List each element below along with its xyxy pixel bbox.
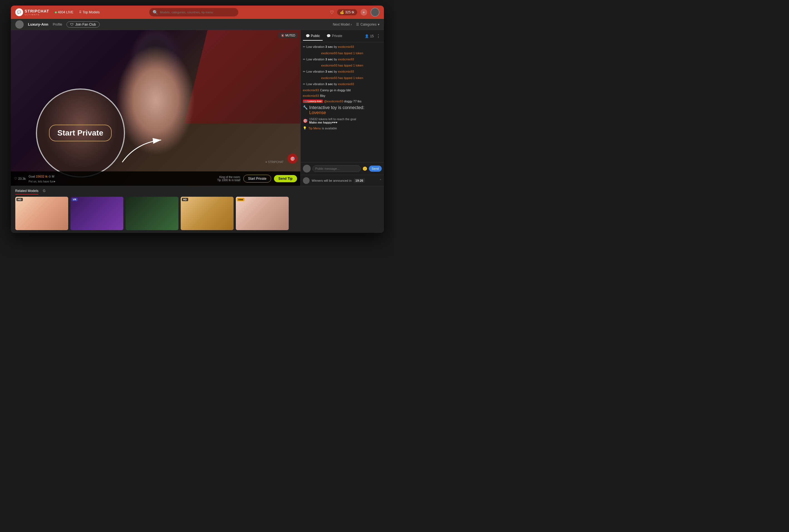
- model-card-badge: HD: [16, 198, 23, 201]
- model-video: [11, 30, 300, 186]
- winners-banner: Winners will be announced in 19:26 ⌃: [301, 175, 384, 186]
- tokens-icon: 💰: [340, 10, 344, 14]
- chat-panel: 💬 Public 💬 Private 👤 15 ⋮ ✏: [300, 30, 384, 186]
- search-input[interactable]: [160, 11, 235, 14]
- chat-message: ✏ Low vibration 3 sec by exoticmix93: [303, 69, 382, 74]
- model-card-image: [70, 197, 123, 230]
- like-button[interactable]: ♡ 23.3k: [14, 177, 26, 180]
- tokens-button[interactable]: 💰 325 tk: [337, 9, 357, 15]
- profile-link[interactable]: Profile: [53, 22, 62, 26]
- send-tip-button[interactable]: Send Tip: [274, 175, 297, 182]
- video-area: 🔇 MUTED 🎯 ✦ STRIPCHAT Start Private: [11, 30, 300, 186]
- chat-message: ✏ Low vibration 3 sec by exoticmix93: [303, 82, 382, 87]
- chat-username: exoticmix93: [303, 94, 319, 97]
- model-card-badge: HD: [182, 198, 188, 201]
- goal-label: Goal 15632 tk ⊙ M: [29, 175, 54, 178]
- live-dot: [55, 12, 57, 13]
- send-message-button[interactable]: Send: [369, 166, 382, 172]
- related-g-tab[interactable]: G: [43, 189, 45, 194]
- lovense-link[interactable]: Lovense: [309, 110, 326, 115]
- vibration-icon: ✏: [303, 69, 306, 74]
- tab-public[interactable]: 💬 Public: [303, 32, 323, 41]
- model-card[interactable]: HD: [15, 197, 68, 230]
- chat-messages: ✏ Low vibration 3 sec by exoticmix93 exo…: [301, 42, 384, 162]
- chat-text: Canny go in doggy bbt: [320, 89, 351, 92]
- video-feed: [11, 30, 300, 186]
- tab-private[interactable]: 💬 Private: [324, 32, 345, 41]
- nav-right: ♡ 💰 325 tk +: [330, 8, 380, 17]
- chat-input-area: 🙂 Send: [301, 162, 384, 175]
- chat-tabs: 💬 Public 💬 Private 👤 15 ⋮: [301, 30, 384, 42]
- top-models-icon: ⠿: [79, 10, 81, 14]
- muted-badge: 🔇 MUTED: [279, 33, 298, 38]
- model-card[interactable]: HD: [181, 197, 234, 230]
- toy-icon: 🔧: [303, 105, 308, 110]
- chat-text: Bby: [320, 94, 326, 97]
- secondary-nav: Luxury-Ann Profile 🛡 Join Fan Club Next …: [11, 19, 384, 30]
- live-badge: 4804 LIVE: [55, 10, 73, 14]
- tip-menu-message: 💡 Tip Menu is available: [303, 126, 382, 130]
- search-icon: 🔍: [152, 10, 158, 15]
- next-model-button[interactable]: Next Model ›: [333, 22, 352, 26]
- live-count: 4804 LIVE: [58, 10, 73, 14]
- chat-username: exoticmix93: [303, 89, 319, 92]
- favorites-button[interactable]: ♡: [330, 10, 334, 15]
- goal-info: Goal 15632 tk ⊙ M Pvt on, lets have fun♥: [29, 174, 55, 184]
- winners-avatar: [303, 177, 310, 184]
- add-tokens-button[interactable]: +: [361, 9, 367, 16]
- tip-menu-link[interactable]: Tip Menu: [309, 127, 321, 130]
- goal-msg-bold: Make me happy♥♥♥: [309, 121, 356, 124]
- model-card[interactable]: VR: [70, 197, 123, 230]
- logo-area: 💬 STRIPCHAT ULTIMATE: [15, 8, 49, 16]
- goal-msg-text: 15632 tokens left to reach the goal: [309, 117, 356, 121]
- model-chat-message: 📹 Luxury-Ann @exoticmix93 doggy 77 tks: [303, 100, 382, 103]
- user-avatar[interactable]: [370, 8, 380, 17]
- bottom-section: Related Models G HD VR HD new: [11, 186, 384, 233]
- private-icon: 💬: [327, 34, 331, 38]
- chat-more-button[interactable]: ⋮: [375, 32, 382, 40]
- chat-text: @exoticmix93 doggy 77 tks: [324, 100, 362, 103]
- model-name: Luxury-Ann: [28, 22, 49, 26]
- tipped-message: exoticmix93 has tipped 1 token: [303, 76, 382, 80]
- logo-icon: 💬: [15, 8, 23, 16]
- vibration-icon: ✏: [303, 57, 306, 62]
- vibration-icon: ✏: [303, 82, 306, 87]
- model-badge: 📹 Luxury-Ann: [303, 100, 323, 103]
- model-card-image: [236, 197, 289, 230]
- like-count: 23.3k: [18, 177, 26, 180]
- chat-message: ✏ Low vibration 3 sec by exoticmix93: [303, 57, 382, 62]
- tip-menu-icon: 💡: [303, 126, 307, 130]
- related-tabs: Related Models G: [15, 189, 380, 194]
- king-line1: King of the room:: [217, 175, 241, 178]
- target-icon[interactable]: 🎯: [288, 154, 298, 164]
- start-private-button[interactable]: Start Private: [243, 175, 271, 183]
- categories-icon: ☰: [356, 22, 359, 26]
- join-fan-club-button[interactable]: 🛡 Join Fan Club: [67, 21, 99, 27]
- models-grid: HD VR HD new: [15, 197, 380, 230]
- model-card[interactable]: new: [236, 197, 289, 230]
- tipped-message: exoticmix93 has tipped 1 token: [303, 52, 382, 55]
- search-bar[interactable]: 🔍: [149, 8, 238, 16]
- chat-message: ✏ Low vibration 3 sec by exoticmix93: [303, 44, 382, 49]
- system-message: 🔧 Interactive toy is connected: Lovense: [303, 105, 382, 115]
- stripchat-watermark: ✦ STRIPCHAT: [265, 160, 284, 164]
- king-line2: Tip 1000 tk in total!: [217, 178, 241, 182]
- model-card-badge: new: [237, 198, 245, 201]
- pvt-text: Pvt on, lets have fun♥: [29, 180, 55, 183]
- model-card-image: [126, 197, 179, 230]
- app-subtitle: ULTIMATE: [25, 14, 49, 16]
- winners-text: Winners will be announced in: [312, 179, 352, 182]
- top-models-label: Top Models: [83, 10, 100, 14]
- model-card[interactable]: [126, 197, 179, 230]
- categories-button[interactable]: ☰ Categories ▾: [356, 22, 379, 26]
- related-models-tab[interactable]: Related Models: [15, 189, 38, 194]
- vibration-icon: ✏: [303, 44, 306, 49]
- chat-input[interactable]: [312, 165, 361, 172]
- winners-chevron-icon[interactable]: ⌃: [379, 178, 382, 182]
- model-card-badge: VR: [72, 198, 78, 201]
- top-models-button[interactable]: ⠿ Top Models: [77, 9, 102, 15]
- tokens-amount: 325 tk: [345, 10, 354, 14]
- public-icon: 💬: [306, 34, 310, 38]
- logo-text-block: STRIPCHAT ULTIMATE: [25, 8, 49, 16]
- emoji-button[interactable]: 🙂: [363, 166, 367, 171]
